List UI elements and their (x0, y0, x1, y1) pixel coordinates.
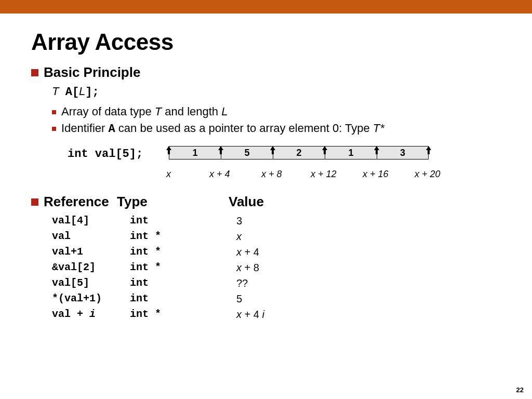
bullet-2: Identifier A can be used as a pointer to… (52, 122, 501, 136)
type-cell: int * (130, 244, 236, 260)
type-cell: int * (130, 229, 236, 244)
array-cell: 5 (221, 146, 273, 159)
value-cell: x (236, 229, 242, 244)
bullet-1-text-a: Array of data type (61, 105, 155, 118)
rtv-row: &val[2] int * x + 8 (52, 260, 501, 275)
arrow-up-icon (269, 146, 276, 154)
array-declaration: T A[L]; (52, 85, 501, 99)
bullet-1-L: L (221, 105, 228, 118)
value-cell: 3 (236, 213, 242, 229)
bullet-square-icon (31, 69, 38, 76)
arrow-up-icon (321, 146, 328, 154)
bullet-2-Tstar: T* (373, 122, 384, 135)
arrow-up-icon (425, 146, 432, 154)
rtv-row: val+1 int * x + 4 (52, 244, 501, 260)
bullet-square-icon (31, 198, 38, 206)
col-type-label: Type (117, 194, 229, 210)
address-label: x (166, 169, 171, 180)
array-cell: 1 (325, 146, 377, 159)
rtv-rows: val[4] int 3 val int * x val+1 int * x +… (52, 213, 501, 322)
address-label: x + 16 (363, 169, 389, 180)
address-label: x + 4 (209, 169, 230, 180)
type-cell: int (130, 275, 236, 291)
type-cell: int * (130, 260, 236, 275)
arrow-up-icon (217, 146, 224, 154)
array-cell: 1 (169, 146, 221, 159)
ref-cell: val+1 (52, 244, 130, 260)
arrow-up-icon (165, 146, 172, 154)
rtv-header: Reference Type Value (31, 194, 501, 210)
type-cell: int (130, 291, 236, 307)
bullet-2-text-a: Identifier (61, 122, 109, 135)
bullet-1-text-b: and length (162, 105, 221, 118)
value-cell: x + 8 (236, 260, 259, 275)
decl-close: ]; (85, 86, 99, 99)
page-number: 22 (516, 386, 524, 394)
ref-cell: val (52, 229, 130, 244)
type-cell: int * (130, 307, 236, 322)
ref-cell: val[5] (52, 275, 130, 291)
value-cell: ?? (236, 275, 248, 291)
col-value-label: Value (229, 194, 332, 210)
rtv-row: val int * x (52, 229, 501, 244)
bullet-1-T: T (155, 105, 162, 118)
rtv-row: val + i int * x + 4 i (52, 307, 501, 322)
bullet-1: Array of data type T and length L (52, 105, 501, 118)
value-cell: 5 (236, 291, 242, 307)
ref-cell: val + i (52, 307, 130, 322)
col-reference-label: Reference (44, 194, 109, 210)
decl-type-T: T (52, 85, 59, 98)
array-cells: 1 5 2 1 3 (169, 146, 429, 159)
array-cell: 3 (377, 146, 429, 159)
col-reference: Reference (31, 194, 117, 210)
section-basic-principle: Basic Principle (31, 64, 501, 81)
bullet-2-text-b: can be used as a pointer to array elemen… (115, 122, 373, 135)
bullet-2-A: A (109, 123, 115, 136)
array-diagram: int val[5]; 1 5 2 1 3 x x + 4 x + 8 (68, 146, 501, 182)
decl-length-L: L (79, 85, 85, 98)
array-cell: 2 (273, 146, 325, 159)
slide-title: Array Access (31, 29, 501, 55)
basic-bullets: Array of data type T and length L Identi… (52, 105, 501, 136)
diagram-declaration: int val[5]; (68, 148, 143, 161)
top-accent-bar (0, 0, 532, 14)
rtv-row: val[5] int ?? (52, 275, 501, 291)
arrow-up-icon (373, 146, 380, 154)
slide-body: Array Access Basic Principle T A[L]; Arr… (0, 14, 532, 399)
decl-A-open: A[ (65, 86, 79, 99)
ref-cell: &val[2] (52, 260, 130, 275)
value-cell: x + 4 i (236, 307, 264, 322)
address-label: x + 8 (261, 169, 282, 180)
ref-cell: val[4] (52, 213, 130, 229)
address-label: x + 12 (311, 169, 337, 180)
section-basic-principle-label: Basic Principle (44, 64, 140, 81)
rtv-row: *(val+1) int 5 (52, 291, 501, 307)
address-label: x + 20 (415, 169, 441, 180)
rtv-row: val[4] int 3 (52, 213, 501, 229)
value-cell: x + 4 (236, 244, 259, 260)
type-cell: int (130, 213, 236, 229)
bullet-square-icon (52, 127, 56, 131)
bullet-square-icon (52, 110, 56, 114)
ref-cell: *(val+1) (52, 291, 130, 307)
